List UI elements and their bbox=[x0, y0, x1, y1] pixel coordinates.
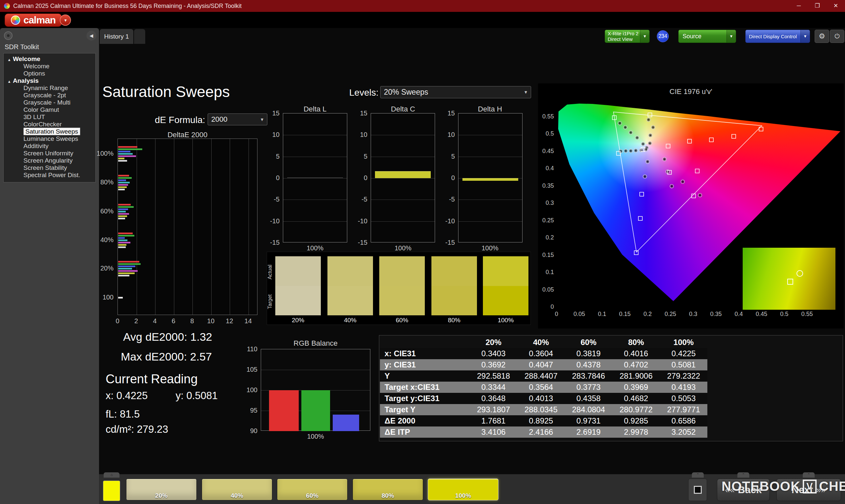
column-header: 100% bbox=[660, 337, 707, 348]
measurement-point-center bbox=[644, 176, 645, 177]
settings-button[interactable]: ⚙ bbox=[815, 30, 829, 43]
delta-c-title: Delta C bbox=[371, 105, 435, 113]
sidebar-item-grayscale-multi[interactable]: Grayscale - Multi bbox=[4, 99, 95, 106]
calman-wheel-icon bbox=[11, 16, 20, 25]
square-icon bbox=[694, 486, 702, 494]
y-tick-label: 0.2 bbox=[546, 234, 554, 241]
rgb-balance-chart bbox=[261, 349, 370, 431]
new-tab-button[interactable] bbox=[134, 29, 145, 44]
pattern-window-button[interactable] bbox=[688, 479, 707, 501]
deltae-bar bbox=[118, 209, 128, 210]
close-button[interactable]: ✕ bbox=[827, 0, 845, 12]
levels-dropdown[interactable]: 20% Sweeps ▼ bbox=[380, 86, 531, 98]
cell-value: 2.9978 bbox=[612, 427, 660, 438]
y-tick-label: 0.5 bbox=[546, 130, 554, 137]
x-tick-label: 0.2 bbox=[643, 311, 652, 317]
deltae-bar bbox=[118, 246, 126, 248]
cell-value: 0.8925 bbox=[517, 415, 565, 427]
gridline bbox=[283, 157, 347, 157]
sidebar-item-options[interactable]: Options bbox=[4, 70, 95, 77]
gridline bbox=[155, 139, 156, 315]
cell-value: 0.4225 bbox=[660, 348, 707, 359]
app-menu-button[interactable]: ▾ bbox=[60, 15, 71, 26]
chevron-left-icon: ◀ bbox=[90, 33, 93, 38]
sidebar-item-spectral-power-dist[interactable]: Spectral Power Dist. bbox=[4, 172, 95, 179]
deltae-bar bbox=[118, 153, 133, 155]
column-header: 40% bbox=[517, 337, 565, 348]
sweep-button-80%[interactable]: 80% bbox=[353, 479, 423, 500]
measurement-point-center bbox=[630, 132, 631, 133]
y-tick-label: 0.05 bbox=[542, 286, 554, 293]
sweep-button-60%[interactable]: 60% bbox=[277, 479, 348, 500]
x-tick-label: 0.05 bbox=[573, 311, 585, 317]
sweep-button-40%[interactable]: 40% bbox=[202, 479, 272, 500]
calman-logo[interactable]: calman bbox=[5, 14, 62, 27]
deltaL-bar bbox=[287, 178, 343, 178]
brand-name: calman bbox=[23, 15, 55, 26]
deltae-bar bbox=[118, 189, 125, 190]
sidebar-item-color-gamut[interactable]: Color Gamut bbox=[4, 106, 95, 113]
sidebar-item-additivity[interactable]: Additivity bbox=[4, 143, 95, 150]
page-title: Saturation Sweeps bbox=[102, 83, 230, 101]
sidebar-item-screen-uniformity[interactable]: Screen Uniformity bbox=[4, 150, 95, 157]
sidebar-item-grayscale-2pt[interactable]: Grayscale - 2pt bbox=[4, 92, 95, 99]
meter-dropdown[interactable]: X-Rite i1Pro 2 Direct View ▼ bbox=[605, 30, 650, 43]
collapse-sidebar-button[interactable]: ◀ bbox=[87, 31, 96, 40]
y-tick-label: 15 bbox=[354, 109, 367, 117]
sweep-button-label: 40% bbox=[202, 492, 272, 499]
sidebar-item-welcome[interactable]: Welcome bbox=[4, 63, 95, 70]
sweep-button-100%[interactable]: 100% bbox=[428, 479, 498, 500]
sidebar-item-analysis[interactable]: ▴Analysis bbox=[4, 77, 95, 85]
deltae-bar bbox=[118, 206, 134, 208]
sweep-button-20%[interactable]: 20% bbox=[126, 479, 197, 500]
minimize-button[interactable]: ─ bbox=[790, 0, 808, 12]
measurement-point-center bbox=[625, 150, 626, 151]
pattern-bar-handle[interactable]: ⌃ bbox=[692, 472, 704, 478]
chevron-down-icon: ▼ bbox=[257, 117, 267, 122]
sidebar-item-screen-stability[interactable]: Screen Stability bbox=[4, 164, 95, 172]
sweep-button-label: 100% bbox=[428, 492, 498, 499]
maximize-button[interactable]: ❐ bbox=[808, 0, 827, 12]
sidebar-item-luminance-sweeps[interactable]: Luminance Sweeps bbox=[4, 135, 95, 143]
actual-swatch bbox=[432, 256, 477, 286]
pattern-bar-handle[interactable]: ⌃ bbox=[803, 472, 815, 478]
sidebar-item-welcome[interactable]: ▴Welcome bbox=[4, 55, 95, 63]
sidebar-item-colorchecker[interactable]: ColorChecker bbox=[4, 121, 95, 128]
inset-measurement-point bbox=[796, 270, 803, 277]
x-tick-label: 0.45 bbox=[756, 311, 767, 317]
power-button[interactable]: ⏻ bbox=[830, 30, 844, 43]
sweep-button-label: 80% bbox=[353, 492, 423, 499]
deltae-bar bbox=[118, 186, 127, 188]
tab-history-1[interactable]: History 1 bbox=[100, 29, 133, 44]
x-tick-label: 0.3 bbox=[689, 311, 697, 317]
cell-value: 288.0345 bbox=[517, 404, 565, 415]
workflow-options-button[interactable] bbox=[4, 31, 13, 40]
sidebar-item-dynamic-range[interactable]: Dynamic Range bbox=[4, 85, 95, 92]
pattern-home-swatch[interactable] bbox=[103, 481, 120, 501]
source-dropdown[interactable]: Source ▼ bbox=[678, 30, 736, 43]
chevron-down-icon: ▼ bbox=[800, 30, 810, 42]
deltae-bar bbox=[118, 237, 125, 239]
target-swatch bbox=[275, 286, 321, 315]
de-formula-dropdown[interactable]: 2000 ▼ bbox=[208, 113, 267, 125]
y-tick-label: 100% bbox=[94, 149, 113, 157]
display-control-dropdown[interactable]: Direct Display Control ▼ bbox=[745, 30, 810, 43]
gridline bbox=[371, 178, 435, 178]
gridline bbox=[283, 178, 347, 178]
cell-value: 0.3969 bbox=[612, 382, 660, 393]
sidebar-item-3d-lut[interactable]: 3D LUT bbox=[4, 113, 95, 121]
sidebar-item-saturation-sweeps[interactable]: Saturation Sweeps bbox=[4, 128, 95, 135]
measurement-point-center bbox=[664, 159, 665, 160]
pattern-bar-handle[interactable]: ⌂ bbox=[104, 472, 120, 478]
sidebar-item-screen-angularity[interactable]: Screen Angularity bbox=[4, 157, 95, 164]
pattern-bar-handle[interactable]: ⌃ bbox=[737, 472, 749, 478]
avg-de2000: Avg dE2000: 1.32 bbox=[123, 330, 212, 343]
cell-value: 0.3604 bbox=[517, 348, 565, 359]
table-row: x: CIE310.34030.36040.38190.40160.4225 bbox=[380, 348, 707, 359]
deltae-bar bbox=[118, 148, 142, 150]
deltae-bar bbox=[118, 204, 131, 205]
gamut-triangle bbox=[614, 112, 762, 252]
cell-value: 0.4702 bbox=[612, 359, 660, 371]
y-tick-label: 90 bbox=[244, 427, 258, 434]
sidebar-item-label: Screen Stability bbox=[23, 164, 67, 171]
